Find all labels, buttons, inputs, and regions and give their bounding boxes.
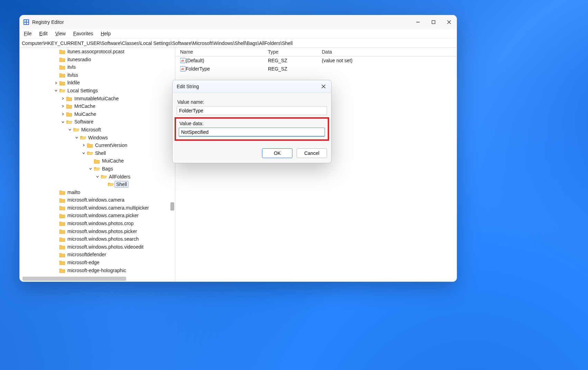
tree-item[interactable]: Bags [27, 165, 175, 173]
tree-item-label: microsoft.windows.photos.picker [67, 228, 137, 235]
folder-icon [66, 103, 72, 109]
tree-item[interactable]: ImmutableMuiCache [27, 95, 175, 103]
chevron-down-icon[interactable] [61, 120, 66, 124]
tree-item[interactable]: Microsoft [27, 126, 175, 134]
folder-icon [59, 268, 65, 273]
chevron-right-icon[interactable] [61, 97, 66, 100]
tree-item-label: MrtCache [74, 102, 95, 110]
tree-item[interactable]: Software [27, 118, 175, 126]
chevron-right-icon[interactable] [82, 144, 87, 147]
menu-favorites[interactable]: Favorites [73, 31, 93, 36]
dialog-close-button[interactable] [316, 80, 331, 93]
tree-item-label: CurrentVersion [95, 141, 127, 149]
tree-item[interactable]: itunes.assocprotocol.pcast [27, 48, 175, 56]
value-data-input[interactable] [179, 128, 325, 137]
close-button[interactable] [441, 15, 457, 29]
column-data[interactable]: Data [319, 49, 457, 55]
value-data-label: Value data: [179, 121, 324, 126]
tree-item[interactable]: microsoft.windows.photos.search [27, 235, 175, 243]
tree-item-label: Microsoft [81, 126, 101, 134]
minimize-button[interactable] [410, 15, 426, 29]
tree-item[interactable]: lnkfile [27, 79, 175, 87]
folder-icon [66, 96, 72, 101]
chevron-right-icon[interactable] [61, 112, 66, 116]
tree-item-label: Software [74, 118, 93, 126]
column-type[interactable]: Type [265, 49, 319, 55]
chevron-right-icon[interactable] [61, 104, 66, 108]
tree-item[interactable]: CurrentVersion [27, 141, 175, 149]
dialog-titlebar[interactable]: Edit String [172, 80, 331, 93]
list-row[interactable]: (Default)REG_SZ(value not set) [175, 56, 457, 65]
vertical-scroll-thumb[interactable] [170, 202, 174, 211]
tree-item-label: microsoft.windows.camera.multipicker [67, 204, 149, 212]
menu-file[interactable]: File [24, 31, 32, 36]
list-row[interactable]: FolderTypeREG_SZ [175, 65, 457, 73]
folder-open-icon [73, 127, 79, 132]
tree-item[interactable]: Shell [27, 181, 175, 188]
tree-item[interactable]: MuiCache [27, 110, 175, 118]
menu-view[interactable]: View [55, 31, 66, 36]
tree-item[interactable]: microsoftdefender [27, 251, 175, 259]
tree-item[interactable]: Shell [27, 149, 175, 157]
chevron-down-icon[interactable] [96, 175, 101, 178]
folder-icon [94, 158, 100, 164]
folder-icon [59, 189, 65, 195]
chevron-down-icon[interactable] [82, 151, 87, 155]
tree-item[interactable]: microsoft.windows.camera [27, 196, 175, 204]
tree-item[interactable]: itunesradio [27, 56, 175, 64]
chevron-down-icon[interactable] [54, 89, 59, 92]
tree-item[interactable]: AllFolders [27, 173, 175, 181]
tree-item[interactable]: mailto [27, 188, 175, 196]
list-header[interactable]: Name Type Data [175, 48, 457, 56]
folder-open-icon [101, 174, 107, 179]
value-type: REG_SZ [265, 66, 319, 72]
tree-item[interactable]: microsoft-edge [27, 259, 175, 267]
chevron-right-icon[interactable] [54, 81, 59, 85]
value-name: (Default) [186, 58, 204, 63]
value-name-label: Value name: [177, 99, 326, 105]
menu-help[interactable]: Help [101, 31, 111, 36]
tree-item-label: ImmutableMuiCache [74, 95, 119, 103]
chevron-down-icon[interactable] [68, 128, 73, 131]
chevron-down-icon[interactable] [89, 167, 94, 170]
titlebar[interactable]: Registry Editor [20, 15, 457, 29]
edit-string-dialog: Edit String Value name: Value data: OK C… [172, 80, 332, 163]
menu-edit[interactable]: Edit [39, 31, 48, 36]
window-title: Registry Editor [32, 19, 64, 25]
value-name-input[interactable] [177, 106, 327, 115]
tree-item[interactable]: MrtCache [27, 102, 175, 110]
horizontal-scroll-thumb[interactable] [22, 277, 126, 281]
ok-button[interactable]: OK [262, 148, 292, 158]
tree-view[interactable]: itunes.assocprotocol.pcastitunesradioitv… [27, 48, 175, 275]
folder-open-icon [80, 135, 86, 140]
address-bar[interactable]: Computer\HKEY_CURRENT_USER\Software\Clas… [20, 38, 457, 48]
folder-icon [59, 260, 65, 265]
tree-item[interactable]: microsoft.windows.photos.crop [27, 220, 175, 228]
chevron-down-icon[interactable] [75, 136, 80, 139]
tree-item[interactable]: microsoft.windows.camera.picker [27, 212, 175, 220]
tree-item[interactable]: microsoft.windows.camera.multipicker [27, 204, 175, 212]
tree-item[interactable]: microsoft-edge-holographic [27, 267, 175, 275]
tree-item[interactable]: itvlss [27, 71, 175, 79]
tree-item-label: itvls [67, 63, 76, 71]
tree-item[interactable]: microsoft.windows.photos.videoedit [27, 243, 175, 251]
folder-icon [59, 237, 65, 242]
tree-item[interactable]: itvls [27, 63, 175, 71]
menubar: File Edit View Favorites Help [20, 29, 457, 38]
tree-item-label: MuiCache [102, 157, 124, 165]
tree-item-label: Shell [116, 181, 128, 188]
value-type: REG_SZ [265, 58, 319, 63]
tree-item-label: itunesradio [67, 56, 91, 64]
tree-item-label: MuiCache [74, 110, 96, 118]
address-path: Computer\HKEY_CURRENT_USER\Software\Clas… [22, 40, 293, 46]
folder-icon [59, 80, 65, 86]
tree-item[interactable]: Local Settings [27, 87, 175, 95]
cancel-button[interactable]: Cancel [297, 148, 327, 158]
maximize-button[interactable] [426, 15, 441, 29]
column-name[interactable]: Name [177, 49, 265, 55]
tree-item[interactable]: microsoft.windows.photos.picker [27, 228, 175, 235]
tree-item[interactable]: MuiCache [27, 157, 175, 165]
folder-icon [59, 197, 65, 203]
tree-item-label: mailto [67, 188, 80, 196]
tree-item[interactable]: Windows [27, 134, 175, 142]
